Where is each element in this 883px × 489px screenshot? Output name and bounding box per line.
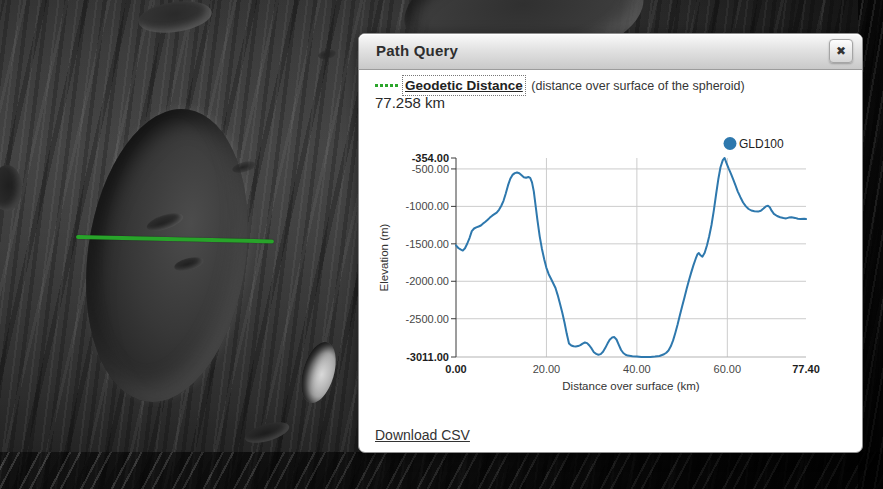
small-crater bbox=[243, 418, 292, 447]
metric-row: Geodetic Distance (distance over surface… bbox=[375, 78, 745, 93]
y-tick-label: -2500.00 bbox=[406, 313, 449, 325]
metric-note: (distance over surface of the spheroid) bbox=[531, 79, 744, 93]
legend-label: GLD100 bbox=[739, 137, 784, 151]
dialog-title: Path Query bbox=[376, 42, 458, 59]
legend-dot bbox=[724, 137, 737, 150]
elevation-chart-svg[interactable]: -354.00-500.00-1000.00-1500.00-2000.00-2… bbox=[371, 131, 861, 401]
y-tick-label: -1000.00 bbox=[406, 200, 449, 212]
screen: Path Query ✖ Geodetic Distance (distance… bbox=[0, 0, 883, 489]
terrain-ridges bbox=[0, 452, 883, 489]
geodetic-distance-label[interactable]: Geodetic Distance bbox=[405, 78, 523, 93]
y-tick-label: -3011.00 bbox=[406, 351, 449, 363]
x-tick-label: 40.00 bbox=[623, 363, 651, 375]
large-crater bbox=[68, 98, 266, 412]
dialog-header[interactable]: Path Query ✖ bbox=[359, 34, 862, 70]
close-button[interactable]: ✖ bbox=[829, 39, 853, 63]
close-icon: ✖ bbox=[836, 45, 846, 57]
y-axis-title: Elevation (m) bbox=[378, 223, 390, 291]
y-tick-label: -2000.00 bbox=[406, 275, 449, 287]
x-axis-title: Distance over surface (km) bbox=[562, 380, 700, 392]
x-tick-label: 60.00 bbox=[714, 363, 742, 375]
y-tick-label: -1500.00 bbox=[406, 238, 449, 250]
small-crater bbox=[0, 165, 22, 211]
elevation-line bbox=[456, 158, 806, 357]
x-tick-label: 20.00 bbox=[533, 363, 561, 375]
y-tick-label: -500.00 bbox=[412, 163, 449, 175]
green-dash-swatch-icon bbox=[375, 84, 398, 87]
bright-crater bbox=[295, 338, 342, 407]
elevation-chart[interactable]: -354.00-500.00-1000.00-1500.00-2000.00-2… bbox=[371, 131, 861, 401]
x-tick-label: 77.40 bbox=[792, 363, 820, 375]
x-tick-label: 0.00 bbox=[445, 363, 466, 375]
download-csv-link[interactable]: Download CSV bbox=[375, 427, 470, 443]
distance-value: 77.258 km bbox=[375, 94, 445, 111]
small-crater bbox=[317, 48, 336, 61]
path-query-dialog: Path Query ✖ Geodetic Distance (distance… bbox=[358, 33, 863, 453]
small-crater bbox=[136, 0, 213, 37]
